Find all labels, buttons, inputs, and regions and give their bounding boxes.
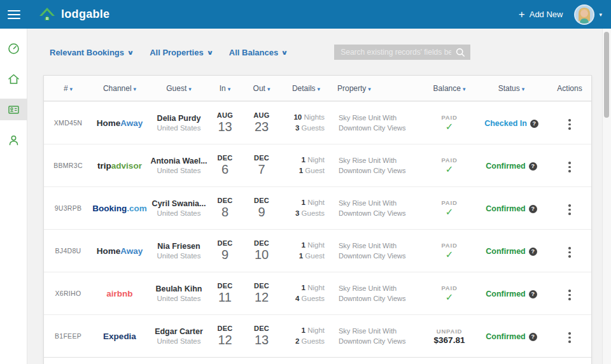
kebab-menu-button[interactable] [565, 286, 575, 304]
help-icon[interactable]: ? [529, 248, 537, 256]
guest-name: Delia Purdy [147, 114, 211, 123]
dashboard-gauge-icon [8, 43, 20, 55]
checkout-date: DEC7 [239, 154, 284, 177]
property-name: Sky Rise Unit WithDowntown City Views [328, 241, 424, 262]
paid-check-icon: ✓ [446, 206, 454, 217]
col-header-in[interactable]: In▾ [211, 84, 239, 93]
col-header-balance[interactable]: Balance▾ [424, 84, 475, 93]
guest-cell: Cyril Swania...United States [147, 199, 211, 217]
brand-logo[interactable]: lodgable [38, 5, 109, 24]
filter-properties-dropdown[interactable]: All Properties ∨ [150, 48, 213, 57]
kebab-menu-button[interactable] [565, 115, 575, 134]
sidebar-item-dashboard[interactable] [0, 38, 27, 59]
guest-name: Edgar Carter [147, 327, 211, 336]
sort-caret-icon: ▾ [318, 86, 321, 92]
table-row: BBMR3C tripadvisor Antonia Wael...United… [44, 144, 591, 186]
channel-logo: tripadvisor [92, 161, 147, 171]
booking-id: B1FEEP [44, 332, 92, 340]
guest-name: Nia Friesen [147, 242, 211, 251]
scrollbar-track[interactable] [602, 29, 611, 364]
guest-cell: Delia PurdyUnited States [147, 114, 211, 132]
channel-logo: Expedia [92, 332, 147, 341]
help-icon[interactable]: ? [529, 205, 537, 213]
status-badge: Confirmed [486, 290, 526, 298]
table-header-row: #▾ Channel▾ Guest▾ In▾ Out▾ Details▾ Pro… [44, 76, 591, 101]
col-header-channel[interactable]: Channel▾ [92, 84, 147, 93]
checkin-date: DEC8 [211, 197, 239, 220]
col-header-details[interactable]: Details▾ [284, 84, 328, 93]
kebab-menu-button[interactable] [565, 158, 575, 176]
checkin-date: AUG13 [211, 111, 239, 134]
property-name: Sky Rise Unit WithDowntown City Views [328, 198, 424, 219]
filter-bar: Relevant Bookings ∨ All Properties ∨ All… [28, 29, 603, 60]
avatar-caret-icon: ▾ [599, 11, 602, 18]
col-header-id[interactable]: #▾ [44, 84, 92, 93]
help-icon[interactable]: ? [529, 162, 537, 171]
kebab-menu-button[interactable] [565, 328, 575, 347]
paid-check-icon: ✓ [446, 291, 454, 302]
avatar[interactable] [574, 4, 594, 25]
property-name: Sky Rise Unit WithDowntown City Views [328, 155, 424, 176]
filter-balances-dropdown[interactable]: All Balances ∨ [229, 48, 287, 57]
guest-cell: Nia FriesenUnited States [147, 242, 211, 260]
home-icon [8, 73, 20, 85]
main-content: Relevant Bookings ∨ All Properties ∨ All… [28, 29, 603, 364]
kebab-menu-button[interactable] [565, 200, 575, 219]
hamburger-menu-icon[interactable] [0, 0, 28, 29]
help-icon[interactable]: ? [530, 120, 538, 128]
col-header-out[interactable]: Out▾ [239, 84, 284, 93]
help-icon[interactable]: ? [529, 290, 537, 298]
channel-logo: HomeAway [92, 118, 147, 128]
property-name: Sky Rise Unit WithDowntown City Views [328, 113, 424, 134]
table-row-partial [44, 357, 591, 364]
guest-name: Cyril Swania... [147, 199, 211, 208]
guest-country: United States [147, 209, 211, 217]
chevron-down-icon: ∨ [127, 49, 134, 56]
status-badge: Checked In [484, 119, 527, 128]
booking-id: XMD45N [44, 119, 92, 127]
property-name: Sky Rise Unit WithDowntown City Views [328, 326, 424, 347]
kebab-menu-button[interactable] [565, 243, 575, 262]
checkin-date: DEC12 [211, 325, 239, 347]
sort-caret-icon: ▾ [267, 86, 270, 92]
col-header-property[interactable]: Property▾ [328, 84, 424, 93]
sort-caret-icon: ▾ [522, 86, 525, 92]
sort-caret-icon: ▾ [368, 86, 371, 92]
user-menu[interactable]: ▾ [574, 4, 602, 25]
search-input[interactable] [334, 45, 470, 60]
col-header-status[interactable]: Status▾ [475, 84, 548, 93]
balance-cell: UNPAID$367.81 [424, 328, 475, 345]
guest-country: United States [147, 124, 211, 132]
scrollbar-thumb[interactable] [604, 32, 609, 118]
booking-details: 1 Night2 Guests [284, 325, 328, 347]
sidebar-item-bookings[interactable] [0, 99, 27, 120]
lodgable-house-icon [38, 5, 56, 24]
add-new-button[interactable]: + Add New [519, 9, 563, 20]
sort-caret-icon: ▾ [134, 86, 137, 92]
sort-caret-icon: ▾ [228, 86, 231, 92]
sort-caret-icon: ▾ [188, 86, 192, 92]
person-icon [8, 134, 20, 146]
channel-logo: airbnb [92, 289, 147, 298]
property-name: Sky Rise Unit WithDowntown City Views [328, 283, 424, 304]
status-cell: Confirmed? [475, 288, 548, 299]
guest-name: Beulah Kihn [147, 284, 211, 293]
guest-country: United States [147, 167, 211, 174]
plus-icon: + [519, 9, 525, 20]
sort-caret-icon: ▾ [70, 86, 73, 92]
booking-details: 1 Night1 Guest [284, 240, 328, 262]
sidebar-item-guests[interactable] [0, 129, 27, 151]
status-cell: Confirmed? [475, 202, 548, 214]
sidebar-item-properties[interactable] [0, 68, 27, 90]
status-badge: Confirmed [486, 162, 526, 171]
table-row: X6RIHO airbnb Beulah KihnUnited States D… [44, 272, 591, 314]
filter-bookings-dropdown[interactable]: Relevant Bookings ∨ [50, 48, 133, 57]
checkout-date: DEC10 [239, 239, 284, 262]
paid-check-icon: ✓ [446, 164, 454, 174]
status-badge: Confirmed [486, 247, 526, 256]
status-badge: Confirmed [486, 332, 526, 341]
help-icon[interactable]: ? [529, 333, 537, 341]
col-header-guest[interactable]: Guest▾ [147, 84, 211, 93]
balance-cell: PAID✓ [424, 199, 475, 218]
guest-country: United States [147, 337, 211, 345]
